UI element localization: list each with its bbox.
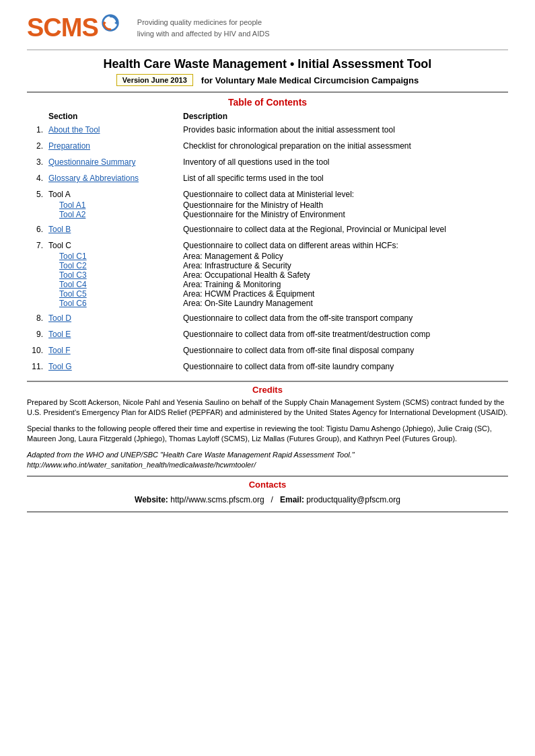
toc-sub-link[interactable]: Tool C6	[59, 299, 87, 308]
toc-sub-link[interactable]: Tool C3	[59, 270, 87, 280]
toc-item-section[interactable]: Tool D	[46, 312, 180, 324]
toc-section-link[interactable]: About the Tool	[48, 125, 100, 135]
toc-sub-link[interactable]: Tool C1	[59, 252, 87, 261]
toc-sub-row: Tool C4Area: Training & Monitoring	[27, 280, 508, 289]
toc-section-link[interactable]: Tool G	[48, 362, 72, 371]
toc-item-desc: Questionnaire to collect data from off-s…	[180, 344, 508, 356]
credits-paragraph1: Prepared by Scott Ackerson, Nicole Pahl …	[27, 398, 508, 418]
toc-row: 11.Tool GQuestionnaire to collect data f…	[27, 361, 508, 373]
toc-item-num: 1.	[27, 124, 46, 136]
toc-item-desc: Provides basic information about the ini…	[180, 124, 508, 136]
svg-marker-2	[104, 21, 106, 24]
toc-item-num: 2.	[27, 140, 46, 152]
toc-sub-desc: Area: Infrastructure & Security	[180, 261, 508, 270]
toc-sub-section[interactable]: Tool C6	[46, 299, 180, 308]
credits-section: Credits Prepared by Scott Ackerson, Nico…	[27, 381, 508, 470]
toc-sub-desc: Questionnaire for the Ministry of Enviro…	[180, 210, 508, 219]
header-tagline: Providing quality medicines for people l…	[137, 17, 270, 39]
toc-sub-section[interactable]: Tool C5	[46, 289, 180, 299]
page: SCMS Providing quality medicines for peo…	[0, 0, 535, 756]
toc-sub-desc: Area: Training & Monitoring	[180, 280, 508, 289]
toc-section-link[interactable]: Glossary & Abbreviations	[48, 174, 139, 183]
contacts-row: Website: http//www.scms.pfscm.org / Emai…	[27, 492, 508, 507]
toc-section: Table of Contents Section Description 1.…	[27, 91, 508, 377]
toc-item-num: 4.	[27, 172, 46, 184]
toc-table: Section Description 1.About the ToolProv…	[27, 110, 508, 377]
toc-section-link[interactable]: Tool D	[48, 313, 71, 323]
toc-item-desc: Questionnaire to collect data from off-s…	[180, 328, 508, 340]
toc-sub-link[interactable]: Tool A1	[59, 200, 85, 210]
toc-col-num	[27, 110, 46, 124]
toc-item-section[interactable]: Glossary & Abbreviations	[46, 172, 180, 184]
toc-sub-link[interactable]: Tool A2	[59, 210, 85, 219]
toc-item-num: 8.	[27, 312, 46, 324]
scms-logo-icon	[101, 19, 120, 38]
toc-row: 2.PreparationChecklist for chronological…	[27, 140, 508, 152]
contacts-heading: Contacts	[27, 477, 508, 492]
toc-item-section[interactable]: About the Tool	[46, 124, 180, 136]
website-label: Website:	[135, 495, 168, 504]
contacts-divider: /	[271, 495, 273, 504]
toc-item-section[interactable]: Preparation	[46, 140, 180, 152]
toc-sub-desc: Area: Management & Policy	[180, 252, 508, 261]
toc-item-num: 10.	[27, 344, 46, 356]
toc-section-link[interactable]: Tool E	[48, 330, 71, 339]
contacts-section: Contacts Website: http//www.scms.pfscm.o…	[27, 476, 508, 513]
credits-paragraph2: Special thanks to the following people o…	[27, 424, 508, 445]
toc-item-section: Tool A	[46, 188, 180, 200]
main-title: Health Care Waste Management • Initial A…	[27, 57, 508, 71]
toc-sub-row: Tool C3Area: Occupational Health & Safet…	[27, 270, 508, 280]
toc-sub-section[interactable]: Tool C2	[46, 261, 180, 270]
toc-item-section: Tool C	[46, 239, 180, 252]
scms-logo-text: SCMS	[27, 13, 98, 42]
toc-spacer	[27, 373, 508, 377]
toc-sub-link[interactable]: Tool C4	[59, 280, 87, 289]
svg-marker-1	[114, 21, 117, 24]
toc-row: 6.Tool BQuestionnaire to collect data at…	[27, 223, 508, 235]
toc-row: 7.Tool CQuestionnaire to collect data on…	[27, 239, 508, 252]
toc-item-section[interactable]: Questionnaire Summary	[46, 156, 180, 168]
toc-heading: Table of Contents	[27, 93, 508, 110]
toc-section-link[interactable]: Preparation	[48, 141, 90, 151]
toc-item-section[interactable]: Tool G	[46, 361, 180, 373]
toc-row: 4.Glossary & AbbreviationsList of all sp…	[27, 172, 508, 184]
toc-section-link[interactable]: Tool F	[48, 346, 71, 355]
toc-sub-section[interactable]: Tool C3	[46, 270, 180, 280]
email-label: Email:	[280, 495, 304, 504]
toc-sub-row: Tool C5Area: HCWM Practices & Equipment	[27, 289, 508, 299]
toc-sub-desc: Area: On-Site Laundry Management	[180, 299, 508, 308]
toc-item-num: 11.	[27, 361, 46, 373]
credits-paragraph3: Adapted from the WHO and UNEP/SBC "Healt…	[27, 450, 508, 471]
toc-sub-row: Tool A2Questionnaire for the Ministry of…	[27, 210, 508, 219]
version-subtitle-row: Version June 2013 for Voluntary Male Med…	[27, 74, 508, 86]
toc-sub-desc: Questionnaire for the Ministry of Health	[180, 200, 508, 210]
toc-item-num: 7.	[27, 239, 46, 252]
toc-sub-link[interactable]: Tool C5	[59, 289, 87, 299]
toc-header-row: Section Description	[27, 110, 508, 124]
toc-sub-section[interactable]: Tool C1	[46, 252, 180, 261]
toc-col-section: Section	[46, 110, 180, 124]
version-badge: Version June 2013	[116, 74, 193, 86]
toc-item-section[interactable]: Tool E	[46, 328, 180, 340]
toc-sub-link[interactable]: Tool C2	[59, 261, 87, 270]
toc-item-section[interactable]: Tool F	[46, 344, 180, 356]
toc-sub-section[interactable]: Tool A2	[46, 210, 180, 219]
toc-item-desc: Questionnaire to collect data on differe…	[180, 239, 508, 252]
toc-section-link[interactable]: Tool B	[48, 225, 71, 234]
contacts-bottom-border	[27, 511, 508, 513]
toc-item-desc: List of all specific terms used in the t…	[180, 172, 508, 184]
toc-sub-row: Tool C6Area: On-Site Laundry Management	[27, 299, 508, 308]
email-address: productquality@pfscm.org	[306, 495, 400, 504]
toc-item-desc: Checklist for chronological preparation …	[180, 140, 508, 152]
toc-sub-desc: Area: Occupational Health & Safety	[180, 270, 508, 280]
toc-item-desc: Questionnaire to collect data from off-s…	[180, 361, 508, 373]
toc-item-desc: Questionnaire to collect data at the Reg…	[180, 223, 508, 235]
toc-row: 8.Tool DQuestionnaire to collect data fr…	[27, 312, 508, 324]
toc-item-desc: Questionnaire to collect data from the o…	[180, 312, 508, 324]
toc-sub-section[interactable]: Tool C4	[46, 280, 180, 289]
logo-area: SCMS	[27, 13, 128, 42]
toc-row: 9.Tool EQuestionnaire to collect data fr…	[27, 328, 508, 340]
toc-sub-section[interactable]: Tool A1	[46, 200, 180, 210]
toc-item-section[interactable]: Tool B	[46, 223, 180, 235]
toc-section-link[interactable]: Questionnaire Summary	[48, 157, 135, 167]
